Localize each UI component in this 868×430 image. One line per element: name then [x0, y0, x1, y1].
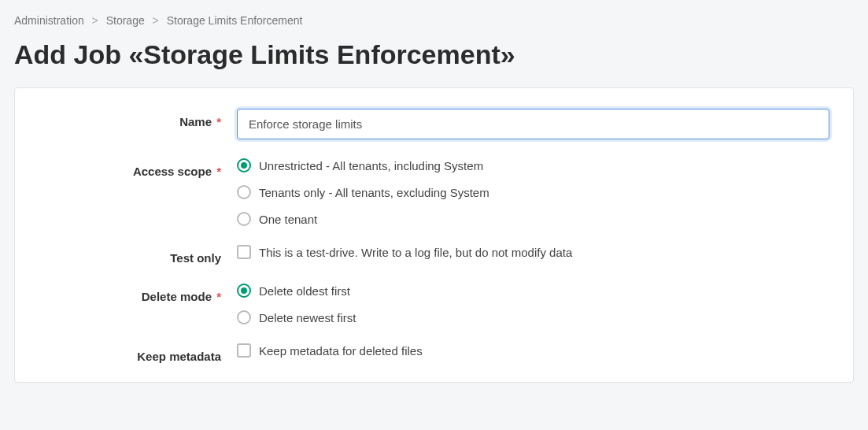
label-name-text: Name — [179, 115, 212, 128]
radio-label: Unrestricted - All tenants, including Sy… — [259, 159, 483, 172]
checkbox-option-keep-metadata[interactable]: Keep metadata for deleted files — [237, 343, 829, 358]
label-keep-metadata: Keep metadata — [39, 343, 237, 363]
label-delete-mode: Delete mode * — [39, 284, 237, 303]
breadcrumb: Administration > Storage > Storage Limit… — [0, 0, 868, 35]
chevron-right-icon: > — [153, 14, 159, 27]
radio-option-delete-newest[interactable]: Delete newest first — [237, 310, 829, 324]
label-test-only: Test only — [39, 245, 237, 265]
form-panel: Name * Access scope * Unrestricted - All… — [14, 87, 854, 383]
control-name — [237, 109, 829, 139]
label-access-scope: Access scope * — [39, 158, 237, 178]
control-delete-mode: Delete oldest first Delete newest first — [237, 284, 829, 324]
radio-icon — [237, 310, 251, 324]
form-row-keep-metadata: Keep metadata Keep metadata for deleted … — [39, 343, 829, 363]
radio-label: Tenants only - All tenants, excluding Sy… — [259, 186, 489, 199]
radio-option-delete-oldest[interactable]: Delete oldest first — [237, 284, 829, 298]
radio-option-one-tenant[interactable]: One tenant — [237, 212, 829, 226]
radio-option-unrestricted[interactable]: Unrestricted - All tenants, including Sy… — [237, 158, 829, 172]
radio-label: Delete oldest first — [259, 284, 350, 298]
required-marker: * — [216, 290, 221, 303]
name-input[interactable] — [237, 109, 829, 139]
form-row-test-only: Test only This is a test-drive. Write to… — [39, 245, 829, 265]
label-name: Name * — [39, 109, 237, 128]
radio-option-tenants-only[interactable]: Tenants only - All tenants, excluding Sy… — [237, 185, 829, 199]
required-marker: * — [216, 165, 221, 178]
label-access-scope-text: Access scope — [133, 165, 212, 178]
radio-label: One tenant — [259, 213, 317, 226]
label-test-only-text: Test only — [170, 251, 221, 265]
checkbox-icon — [237, 245, 251, 259]
control-access-scope: Unrestricted - All tenants, including Sy… — [237, 158, 829, 226]
radio-icon — [237, 284, 251, 298]
radio-label: Delete newest first — [259, 311, 356, 324]
radio-icon — [237, 185, 251, 199]
label-delete-mode-text: Delete mode — [142, 290, 212, 303]
checkbox-option-test-only[interactable]: This is a test-drive. Write to a log fil… — [237, 245, 829, 259]
checkbox-label: This is a test-drive. Write to a log fil… — [259, 246, 572, 259]
checkbox-label: Keep metadata for deleted files — [259, 344, 423, 358]
control-keep-metadata: Keep metadata for deleted files — [237, 343, 829, 358]
breadcrumb-current: Storage Limits Enforcement — [167, 14, 303, 27]
page-title: Add Job «Storage Limits Enforcement» — [0, 35, 868, 87]
form-row-name: Name * — [39, 109, 829, 139]
breadcrumb-link-administration[interactable]: Administration — [14, 14, 84, 27]
chevron-right-icon: > — [92, 14, 98, 27]
breadcrumb-link-storage[interactable]: Storage — [106, 14, 145, 27]
label-keep-metadata-text: Keep metadata — [137, 350, 221, 363]
form-row-access-scope: Access scope * Unrestricted - All tenant… — [39, 158, 829, 226]
form-row-delete-mode: Delete mode * Delete oldest first Delete… — [39, 284, 829, 324]
required-marker: * — [216, 115, 221, 128]
radio-icon — [237, 212, 251, 226]
control-test-only: This is a test-drive. Write to a log fil… — [237, 245, 829, 259]
checkbox-icon — [237, 343, 251, 358]
radio-icon — [237, 158, 251, 172]
